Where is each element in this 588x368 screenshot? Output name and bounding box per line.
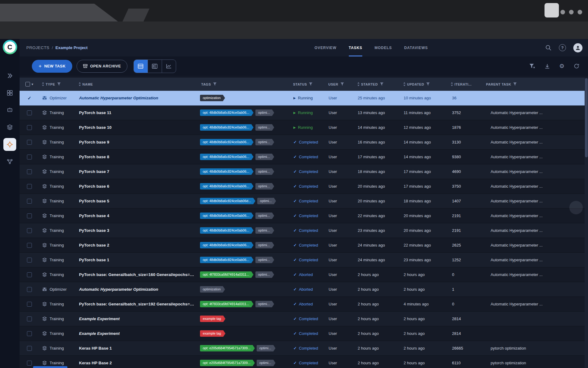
tag-green[interactable]: opt: 4f7833ca5fd74914a0311... <box>200 301 254 307</box>
tag-gray[interactable]: optimi... <box>255 257 274 263</box>
tag-gray[interactable]: optimi... <box>255 301 274 307</box>
sidebar-item-automation[interactable] <box>1 136 18 153</box>
table-row[interactable]: ✓ Training PyTorch base 2 opt: 48db0b8a6… <box>20 238 588 253</box>
search-icon[interactable] <box>545 44 552 51</box>
table-view-button[interactable] <box>134 60 148 73</box>
tag-blue[interactable]: opt: 48db0b8a6c824ce0ab06... <box>200 242 254 248</box>
vertical-scrollbar-thumb[interactable] <box>585 78 588 157</box>
table-row[interactable]: ✓ Optimizer Automatic Hyperparameter Opt… <box>20 91 588 105</box>
row-checkbox[interactable] <box>27 125 32 130</box>
task-name-cell[interactable]: PyTorch base 9 <box>76 140 198 144</box>
tag-gray[interactable]: optimi... <box>255 213 274 219</box>
table-row[interactable]: ✓ Training PyTorch base 10 opt: 48db0b8a… <box>20 120 588 135</box>
tab-overview[interactable]: OVERVIEW <box>315 39 337 56</box>
tag-blue[interactable]: opt: 48db0b8a6c824ce0ab06... <box>200 124 254 131</box>
tag-dark[interactable]: optimization <box>200 95 225 101</box>
chart-view-button[interactable] <box>162 60 176 73</box>
tag-red[interactable]: example tag <box>200 316 225 322</box>
table-row[interactable]: ✓ Training PyTorch base: General/batch_s… <box>20 267 588 282</box>
row-checkbox[interactable] <box>27 331 32 336</box>
tag-gray[interactable]: optimi... <box>257 198 276 204</box>
help-icon[interactable]: ? <box>559 44 566 51</box>
tag-green[interactable]: opt: e205d684f7954571a7309... <box>200 360 255 366</box>
tag-gray[interactable]: optimi... <box>255 109 274 116</box>
row-checkbox[interactable] <box>27 346 32 351</box>
table-row[interactable]: ✓ Training Keras HP Base 1 opt: e205d684… <box>20 341 588 356</box>
column-header[interactable]: PARENT TASK <box>483 82 588 86</box>
table-row[interactable]: ✓ Training PyTorch base 4 opt: 48db0b8a6… <box>20 209 588 223</box>
tag-blue[interactable]: opt: 48db0b8a6c824ce0ab06... <box>200 168 254 175</box>
tag-gray[interactable]: optimi... <box>257 345 276 351</box>
task-name-cell[interactable]: PyTorch base 6 <box>76 184 198 189</box>
browser-window-menu-dots[interactable] <box>560 10 582 14</box>
tag-green[interactable]: opt: e205d684f7954571a7309... <box>200 345 255 351</box>
tag-blue[interactable]: opt: 48db0b8a6c824ce0ab06... <box>200 139 254 145</box>
filter-icon[interactable] <box>380 82 383 86</box>
column-header[interactable]: UPDATED <box>401 82 448 86</box>
tab-tasks[interactable]: TASKS <box>349 39 362 56</box>
clear-filters-icon[interactable] <box>529 63 535 69</box>
tag-gray[interactable]: optimi... <box>255 139 274 145</box>
row-checkbox[interactable] <box>27 258 32 263</box>
breadcrumb-projects[interactable]: PROJECTS <box>26 45 49 50</box>
task-name-cell[interactable]: PyTorch base 1 <box>76 258 198 262</box>
tag-gray[interactable]: optimization <box>200 286 225 293</box>
browser-tab[interactable] <box>0 4 118 21</box>
column-header[interactable]: NAME <box>76 82 198 86</box>
row-checkbox[interactable] <box>27 228 32 233</box>
task-name-cell[interactable]: PyTorch base: General/batch_size=192 Gen… <box>76 302 198 306</box>
row-checkbox[interactable] <box>27 199 32 204</box>
tab-models[interactable]: MODELS <box>375 39 392 56</box>
tag-gray[interactable]: optimi... <box>255 227 274 234</box>
task-name-cell[interactable]: Keras HP Base 1 <box>76 346 198 351</box>
filter-icon[interactable] <box>426 82 430 86</box>
table-row[interactable]: ✓ Training PyTorch base 7 opt: 48db0b8a6… <box>20 164 588 179</box>
filter-icon[interactable] <box>309 82 312 86</box>
task-name-cell[interactable]: Example Experiment <box>76 316 198 321</box>
column-header[interactable]: ITERATI... <box>448 82 483 86</box>
filter-icon[interactable] <box>57 82 61 86</box>
browser-tab-secondary[interactable] <box>123 9 149 21</box>
row-checkbox[interactable] <box>27 110 32 115</box>
tag-blue[interactable]: opt: 48db0b8a6c824ce0ab06... <box>200 154 254 160</box>
filter-icon[interactable] <box>341 82 344 86</box>
task-name-cell[interactable]: PyTorch base 11 <box>76 110 198 115</box>
task-name-cell[interactable]: PyTorch base 7 <box>76 169 198 174</box>
select-all-checkbox[interactable] <box>25 82 30 86</box>
tag-green[interactable]: opt: 4f7833ca5fd74914a0311... <box>200 271 254 278</box>
tag-red[interactable]: example tag <box>200 330 225 337</box>
row-checkbox[interactable] <box>27 213 32 218</box>
row-checkbox[interactable] <box>27 243 32 248</box>
task-name-cell[interactable]: PyTorch base 8 <box>76 155 198 159</box>
clearml-logo[interactable]: C <box>3 40 17 54</box>
tag-gray[interactable]: optimi... <box>255 154 274 160</box>
table-row[interactable]: ✓ Training PyTorch base 8 opt: 48db0b8a6… <box>20 150 588 164</box>
column-header[interactable]: STARTED <box>355 82 401 86</box>
open-archive-button[interactable]: OPEN ARCHIVE <box>77 60 127 73</box>
table-row[interactable]: ✓ Training PyTorch base 6 opt: 48db0b8a6… <box>20 179 588 194</box>
tag-gray[interactable]: optimi... <box>255 242 274 248</box>
tag-blue[interactable]: opt: 48db0b8a6c824ce0ab06... <box>200 227 254 234</box>
task-name-cell[interactable]: PyTorch base 2 <box>76 243 198 247</box>
table-row[interactable]: ✓ Training Example Experiment example ta… <box>20 312 588 326</box>
row-checkbox[interactable] <box>27 287 32 292</box>
task-name-cell[interactable]: Example Experiment <box>76 331 198 336</box>
tag-blue[interactable]: opt: 48db0b8a6c824ce0ab06d... <box>200 198 255 204</box>
select-dropdown-caret[interactable]: ▾ <box>32 82 33 86</box>
settings-gear-icon[interactable]: ⚙ <box>559 63 564 69</box>
table-row[interactable]: ✓ Training PyTorch base 9 opt: 48db0b8a6… <box>20 135 588 150</box>
tag-gray[interactable]: optimi... <box>255 271 274 278</box>
column-header[interactable]: STATUS <box>290 82 326 86</box>
sidebar-item-reports[interactable] <box>1 84 18 102</box>
table-row[interactable]: ✓ Training PyTorch base 5 opt: 48db0b8a6… <box>20 194 588 209</box>
column-header[interactable]: TYPE <box>39 82 76 86</box>
row-checkbox[interactable] <box>27 140 32 145</box>
tag-gray[interactable]: optimi... <box>255 124 274 131</box>
row-checkbox[interactable] <box>27 316 32 321</box>
table-row[interactable]: ✓ Training PyTorch base: General/batch_s… <box>20 297 588 312</box>
row-checkbox[interactable] <box>27 272 32 277</box>
tab-dataviews[interactable]: DATAVIEWS <box>404 39 428 56</box>
task-name-cell[interactable]: Keras HP Base 2 <box>76 361 198 365</box>
task-name-cell[interactable]: Automatic Hyperparameter Optimization <box>76 287 198 292</box>
column-header[interactable]: TAGS <box>198 82 290 86</box>
